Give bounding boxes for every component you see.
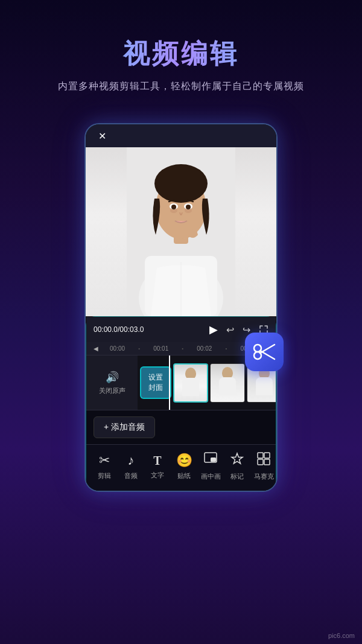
audio-track-row: + 添加音频 bbox=[86, 410, 276, 444]
ruler-dot-2: • bbox=[182, 346, 183, 351]
cut-icon: ✂ bbox=[99, 453, 110, 468]
text-icon: T bbox=[153, 454, 161, 468]
phone-topbar: ✕ bbox=[86, 124, 276, 147]
sound-icon: 🔊 bbox=[106, 371, 119, 384]
svg-rect-16 bbox=[258, 459, 263, 465]
close-button[interactable]: ✕ bbox=[95, 129, 109, 142]
toolbar-item-mark[interactable]: 标记 bbox=[224, 452, 250, 481]
track-label: 🔊 关闭原声 bbox=[86, 355, 138, 410]
phone-mockup: ✕ bbox=[78, 123, 284, 492]
svg-rect-13 bbox=[211, 457, 216, 462]
svg-point-9 bbox=[171, 205, 176, 209]
mosaic-icon bbox=[257, 452, 270, 469]
svg-rect-15 bbox=[264, 453, 270, 458]
ruler-dot-3: • bbox=[225, 346, 227, 351]
pip-label: 画中画 bbox=[201, 472, 221, 481]
toolbar-item-audio[interactable]: ♪ 音频 bbox=[118, 453, 144, 480]
ruler-mark-1: 00:01 bbox=[153, 345, 168, 352]
clip-preview-1 bbox=[174, 365, 207, 401]
add-audio-label: + 添加音频 bbox=[104, 422, 145, 433]
undo-button[interactable]: ↩ bbox=[226, 324, 234, 336]
audio-icon: ♪ bbox=[128, 453, 135, 468]
woman-figure bbox=[86, 147, 276, 316]
audio-label: 音频 bbox=[124, 471, 138, 480]
bottom-toolbar: ✂ 剪辑 ♪ 音频 T 文字 😊 贴纸 bbox=[86, 444, 276, 491]
mosaic-label: 马赛克 bbox=[254, 472, 274, 481]
video-preview bbox=[86, 147, 276, 316]
text-label: 文字 bbox=[151, 471, 164, 480]
mark-icon bbox=[230, 452, 244, 469]
ruler-marks: 00:00 • 00:01 • 00:02 • 00:0 bbox=[98, 345, 264, 352]
svg-line-21 bbox=[260, 351, 275, 359]
track-label-text[interactable]: 关闭原声 bbox=[99, 386, 125, 395]
hero-title: 视频编辑 bbox=[18, 36, 344, 72]
toolbar-item-cut[interactable]: ✂ 剪辑 bbox=[91, 453, 118, 480]
ruler-mark-0: 00:00 bbox=[110, 345, 125, 352]
cover-setting-text: 设置封面 bbox=[147, 372, 164, 393]
mark-label: 标记 bbox=[230, 472, 244, 481]
time-display: 00:00.0/00:03.0 bbox=[94, 325, 154, 334]
svg-rect-17 bbox=[264, 459, 270, 465]
app-icon-badge bbox=[245, 333, 284, 371]
cut-label: 剪辑 bbox=[98, 471, 111, 480]
svg-rect-14 bbox=[258, 453, 263, 458]
sticker-label: 贴纸 bbox=[177, 471, 191, 480]
svg-point-5 bbox=[154, 164, 208, 203]
pip-icon bbox=[204, 452, 217, 469]
clip-thumb-1[interactable] bbox=[173, 363, 208, 403]
ruler-mark-2: 00:02 bbox=[197, 345, 212, 352]
playhead bbox=[169, 355, 170, 410]
portrait-svg bbox=[127, 147, 235, 316]
scissors-icon bbox=[253, 342, 276, 362]
toolbar-item-text[interactable]: T 文字 bbox=[144, 454, 171, 480]
clip-thumb-2[interactable] bbox=[210, 363, 245, 403]
cover-setting-clip[interactable]: 设置封面 bbox=[140, 366, 171, 399]
play-button[interactable]: ▶ bbox=[209, 323, 218, 336]
ruler-left-arrow: ◀ bbox=[94, 345, 98, 352]
phone-frame: ✕ bbox=[84, 123, 278, 492]
sticker-icon: 😊 bbox=[176, 453, 192, 468]
clip-preview-2 bbox=[211, 364, 244, 402]
hero-section: 视频编辑 内置多种视频剪辑工具，轻松制作属于自己的专属视频 bbox=[0, 0, 362, 111]
ruler-dot-1: • bbox=[138, 346, 140, 351]
hero-subtitle: 内置多种视频剪辑工具，轻松制作属于自己的专属视频 bbox=[18, 80, 344, 93]
toolbar-item-pip[interactable]: 画中画 bbox=[197, 452, 224, 481]
svg-point-11 bbox=[186, 205, 191, 209]
watermark: pic6.com bbox=[328, 632, 355, 639]
toolbar-item-sticker[interactable]: 😊 贴纸 bbox=[171, 453, 197, 480]
add-audio-button[interactable]: + 添加音频 bbox=[94, 416, 155, 438]
toolbar-item-mosaic[interactable]: 马赛克 bbox=[250, 452, 277, 481]
